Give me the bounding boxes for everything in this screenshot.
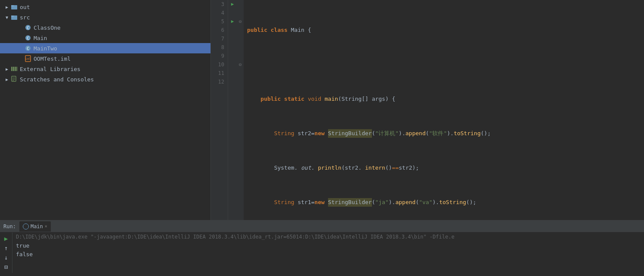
gutter-row-6 [228, 26, 237, 34]
line-num-10: 10 [213, 60, 224, 69]
folder-icon-src [10, 13, 18, 21]
close-tab-icon[interactable]: × [45, 224, 47, 229]
fold-icon-10[interactable]: ⊖ [238, 60, 242, 69]
arrow-ext-lib: ▶ [3, 67, 10, 71]
sidebar-item-out[interactable]: ▶ out [0, 2, 211, 12]
gutter-row-5[interactable]: ▶ [228, 17, 237, 26]
sidebar-item-classone[interactable]: C ClassOne [0, 22, 211, 33]
run-arrow-3[interactable]: ▶ [231, 0, 234, 9]
output-false: false [16, 250, 641, 258]
iml-icon-oomtest: iml [24, 55, 32, 62]
method-main-5: main [325, 95, 338, 103]
scroll-down-button[interactable]: ↓ [2, 253, 10, 262]
gutter: ▶ ▶ [228, 0, 237, 220]
code-line-3: public class Main { [247, 26, 641, 34]
line-num-5: 5 [213, 17, 224, 26]
arrow-scratches: ▶ [3, 77, 10, 82]
line-num-3: 3 [213, 0, 224, 9]
kw-public-3: public [247, 26, 271, 34]
line-num-7: 7 [213, 34, 224, 43]
arrow-src: ▼ [3, 15, 10, 20]
sidebar-label-out: out [20, 4, 30, 10]
svg-text:C: C [27, 26, 29, 30]
class-icon-classone: C [24, 24, 32, 31]
svg-rect-15 [16, 67, 17, 71]
method-append-6a: append [406, 129, 426, 138]
sidebar-label-src: src [20, 14, 30, 21]
up-icon: ↑ [4, 245, 8, 251]
indent-7 [247, 164, 274, 172]
sys-7: System. [274, 164, 301, 172]
gutter-row-7 [228, 34, 237, 43]
code-editor[interactable]: 3 4 5 6 7 8 9 10 11 12 ▶ ▶ [211, 0, 644, 220]
sidebar-label-main: Main [34, 35, 47, 41]
class-main-3: Main { [291, 26, 311, 34]
run-arrow-5[interactable]: ▶ [231, 17, 234, 26]
code-line-6: String str2=new StringBuilder("计算机").app… [247, 129, 641, 138]
gutter-row-4 [228, 9, 237, 17]
class-icon-main: C [24, 34, 32, 42]
sidebar-item-main[interactable]: C Main [0, 33, 211, 43]
str-ruanjian-6: "软件" [429, 129, 447, 138]
run-label: Run: [3, 223, 16, 229]
svg-text:iml: iml [25, 57, 31, 61]
class-sb-8: StringBuilder [328, 198, 372, 207]
gutter-row-8 [228, 43, 237, 52]
sidebar-label-oomtest: OOMTest.iml [34, 56, 71, 62]
svg-rect-14 [15, 67, 16, 71]
paren-8b: ( [415, 198, 419, 207]
gutter-row-12 [228, 78, 237, 86]
dot-8a: ). [389, 198, 396, 207]
kw-void-5: void [308, 95, 325, 103]
println-7: println [318, 164, 341, 172]
play-button[interactable]: ▶ [2, 234, 10, 243]
folder-icon-out [10, 3, 18, 11]
paren-6a: ( [372, 129, 375, 138]
output-text: D:\IDE\jdk\bin\java.exe "-javaagent:D:\I… [12, 233, 644, 273]
fold-icon-5[interactable]: ⊖ [238, 17, 242, 26]
str-jisuan-6: "计算机" [375, 129, 399, 138]
fold-gutter: ⊖ ⊖ [237, 0, 244, 220]
paren-7b: () [385, 164, 392, 172]
class-sb-6: StringBuilder [328, 129, 372, 138]
command-line: D:\IDE\jdk\bin\java.exe "-javaagent:D:\I… [16, 233, 641, 241]
play-icon: ▶ [4, 235, 8, 242]
stop-icon: ⊟ [4, 264, 8, 270]
indent-8 [247, 198, 274, 207]
gutter-row-9 [228, 52, 237, 60]
line-num-6: 6 [213, 26, 224, 34]
scroll-up-button[interactable]: ↑ [2, 244, 10, 252]
run-tab-name: Main [31, 223, 43, 229]
intern-7: intern [365, 164, 385, 172]
paren-8a: ( [372, 198, 375, 207]
var-str2-6: str2= [297, 129, 314, 138]
sidebar-label-maintwo: MainTwo [34, 45, 57, 52]
dot-8b: ). [433, 198, 440, 207]
sidebar-item-oomtest[interactable]: iml OOMTest.iml [0, 53, 211, 64]
line-num-4: 4 [213, 9, 224, 17]
code-line-5: public static void main(String[] args) { [247, 95, 641, 103]
sidebar-item-maintwo[interactable]: C MainTwo [0, 43, 211, 53]
out-7: out [301, 164, 311, 172]
dot-7: . [311, 164, 318, 172]
main-area: ▶ out ▼ src [0, 0, 644, 220]
kw-public-5: public [260, 95, 284, 103]
fold-row-10[interactable]: ⊖ [237, 60, 244, 69]
code-line-7: System. out. println(str2. intern()==str… [247, 164, 641, 172]
fold-row-5[interactable]: ⊖ [237, 17, 244, 26]
sidebar-item-src[interactable]: ▼ src [0, 12, 211, 22]
code-line-4 [247, 60, 641, 69]
stop-button[interactable]: ⊟ [2, 263, 10, 271]
sidebar-item-scratches[interactable]: ▶ Scratches and Consoles [0, 74, 211, 84]
svg-text:C: C [27, 36, 29, 40]
svg-rect-1 [11, 5, 14, 6]
run-tab-main[interactable]: Main × [19, 221, 51, 232]
code-content[interactable]: public class Main { public static void m… [244, 0, 644, 220]
svg-rect-12 [11, 67, 12, 71]
sidebar-item-external-libraries[interactable]: ▶ External Libraries [0, 64, 211, 74]
indent-5 [247, 95, 260, 103]
sidebar-label-scratches: Scratches and Consoles [20, 76, 94, 83]
sidebar-label-classone: ClassOne [34, 25, 61, 31]
paren-7a: (str2. [341, 164, 365, 172]
gutter-row-3[interactable]: ▶ [228, 0, 237, 9]
